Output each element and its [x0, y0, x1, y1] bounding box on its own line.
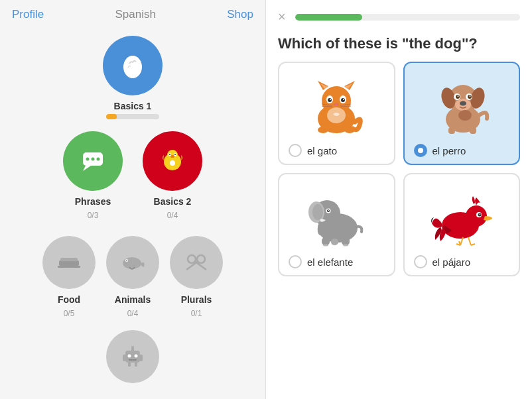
- robot-icon: [117, 341, 148, 372]
- basics2-circle[interactable]: [143, 131, 202, 191]
- unit-animals[interactable]: Animals 0/4: [106, 236, 159, 318]
- svg-rect-76: [322, 237, 330, 245]
- animals-circle[interactable]: [106, 236, 159, 289]
- svg-point-52: [318, 127, 328, 133]
- svg-rect-28: [135, 363, 137, 367]
- svg-point-11: [174, 154, 176, 155]
- whale-icon: [117, 247, 148, 278]
- svg-point-74: [327, 209, 330, 212]
- svg-point-12: [170, 155, 174, 158]
- elephant-radio[interactable]: [289, 255, 302, 268]
- unit-plurals[interactable]: Plurals 0/1: [170, 236, 223, 318]
- dog-answer-bottom: el perro: [411, 144, 513, 157]
- answer-dog[interactable]: el perro: [403, 62, 521, 165]
- svg-point-46: [334, 103, 338, 106]
- food-sub: 0/5: [64, 309, 75, 318]
- svg-point-10: [169, 154, 170, 155]
- unit-bottom[interactable]: [106, 330, 159, 383]
- svg-point-64: [469, 95, 470, 97]
- profile-link[interactable]: Profile: [12, 8, 44, 21]
- svg-point-79: [323, 245, 328, 247]
- bird-svg: [429, 187, 495, 247]
- svg-point-17: [123, 257, 141, 269]
- cat-label: el gato: [307, 145, 337, 156]
- svg-point-33: [131, 346, 134, 349]
- answer-elephant[interactable]: el elefante: [278, 173, 395, 276]
- language-title: Spanish: [115, 8, 156, 21]
- quiz-progress-bar: [295, 14, 520, 21]
- svg-rect-27: [128, 363, 131, 367]
- basics1-progress: [106, 114, 159, 119]
- food-circle[interactable]: [42, 236, 96, 289]
- quiz-progress-fill: [295, 14, 363, 21]
- bird-answer-bottom: el pájaro: [411, 255, 513, 268]
- svg-point-30: [135, 355, 138, 358]
- unit-food[interactable]: Food 0/5: [42, 236, 96, 318]
- svg-point-13: [170, 160, 175, 166]
- shop-link[interactable]: Shop: [227, 8, 253, 21]
- bird-radio[interactable]: [414, 255, 427, 268]
- unit-basics2[interactable]: Basics 2 0/4: [143, 131, 202, 220]
- svg-point-45: [343, 99, 344, 100]
- basics1-label: Basics 1: [114, 101, 152, 111]
- svg-point-3: [86, 158, 90, 161]
- svg-point-5: [97, 158, 100, 161]
- svg-point-29: [128, 355, 131, 358]
- svg-rect-15: [60, 258, 78, 261]
- cat-answer-bottom: el gato: [286, 144, 387, 157]
- svg-rect-77: [342, 237, 350, 245]
- dog-label: el perro: [432, 145, 466, 156]
- unit-basics1[interactable]: Basics 1: [103, 36, 163, 131]
- unit-phrases[interactable]: Phrases 0/3: [63, 131, 123, 220]
- svg-point-80: [343, 245, 348, 247]
- phrases-label: Phrases: [75, 196, 111, 207]
- dog-image: [425, 72, 498, 139]
- svg-point-63: [457, 95, 458, 97]
- answer-bird[interactable]: el pájaro: [403, 173, 521, 276]
- svg-point-19: [126, 260, 127, 261]
- scissors-icon: [181, 247, 212, 278]
- row-two-units: Phrases 0/3: [63, 131, 202, 220]
- basics1-circle[interactable]: [103, 36, 163, 95]
- food-label: Food: [58, 294, 80, 305]
- dog-radio[interactable]: [414, 144, 427, 157]
- svg-rect-31: [129, 359, 137, 361]
- phrases-circle[interactable]: [63, 131, 123, 191]
- basics2-sub: 0/4: [167, 211, 178, 220]
- answer-grid: el gato: [266, 62, 532, 276]
- left-header: Profile Spanish Shop: [0, 0, 265, 29]
- cat-image: [300, 72, 373, 139]
- svg-point-82: [466, 205, 487, 227]
- svg-point-68: [458, 110, 472, 121]
- svg-rect-14: [59, 260, 79, 266]
- svg-rect-16: [58, 266, 80, 268]
- row-three-units: Food 0/5 Animals 0/4: [42, 236, 223, 318]
- plurals-label: Plurals: [181, 294, 212, 305]
- plurals-sub: 0/1: [191, 309, 202, 318]
- chick-icon: [157, 146, 188, 176]
- left-panel: Profile Spanish Shop Basics 1: [0, 0, 265, 399]
- svg-marker-2: [83, 166, 91, 171]
- svg-point-4: [92, 158, 95, 161]
- svg-point-62: [468, 95, 472, 99]
- svg-rect-25: [123, 355, 126, 361]
- svg-point-75: [328, 210, 329, 211]
- svg-line-90: [471, 244, 475, 245]
- cat-radio[interactable]: [289, 144, 302, 157]
- svg-point-65: [460, 101, 466, 106]
- svg-line-87: [468, 237, 471, 245]
- svg-point-72: [312, 204, 323, 220]
- svg-point-43: [341, 98, 345, 102]
- plurals-circle[interactable]: [170, 236, 223, 289]
- food-icon: [54, 247, 84, 278]
- answer-cat[interactable]: el gato: [278, 62, 395, 165]
- right-header: ×: [266, 0, 532, 31]
- basics2-label: Basics 2: [154, 196, 192, 207]
- animals-sub: 0/4: [127, 309, 139, 318]
- bottom-circle[interactable]: [106, 330, 159, 383]
- cat-svg: [303, 76, 369, 135]
- left-content: Basics 1 Phrases 0/3: [0, 29, 265, 383]
- close-button[interactable]: ×: [278, 9, 286, 25]
- elephant-label: el elefante: [307, 256, 353, 268]
- elephant-image: [300, 184, 373, 250]
